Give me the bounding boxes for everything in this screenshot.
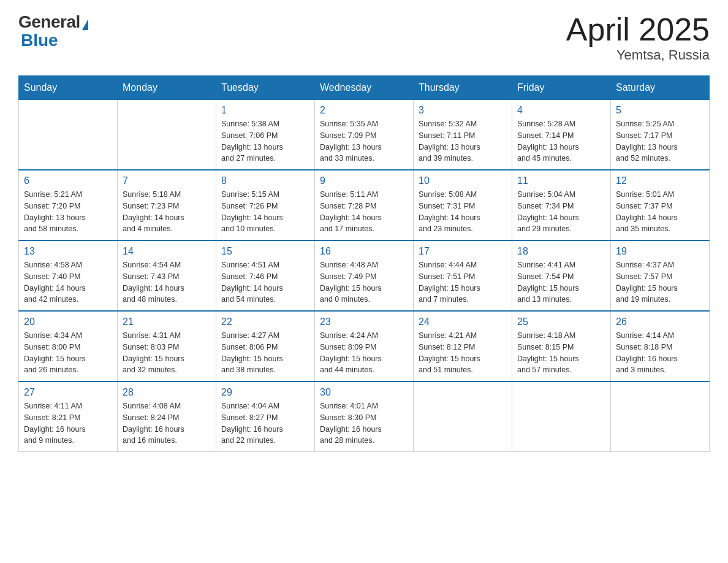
calendar-cell: 23Sunrise: 4:24 AMSunset: 8:09 PMDayligh… [315,311,414,381]
calendar-cell: 27Sunrise: 4:11 AMSunset: 8:21 PMDayligh… [19,381,118,452]
day-info: Sunrise: 4:24 AMSunset: 8:09 PMDaylight:… [320,330,408,376]
calendar-cell: 29Sunrise: 4:04 AMSunset: 8:27 PMDayligh… [216,381,315,452]
calendar-cell: 6Sunrise: 5:21 AMSunset: 7:20 PMDaylight… [19,170,118,240]
calendar-table: SundayMondayTuesdayWednesdayThursdayFrid… [18,75,710,452]
page-subtitle: Yemtsa, Russia [566,47,710,63]
day-info: Sunrise: 5:32 AMSunset: 7:11 PMDaylight:… [419,118,507,164]
day-number: 10 [419,175,507,186]
day-number: 19 [616,246,704,257]
calendar-cell: 25Sunrise: 4:18 AMSunset: 8:15 PMDayligh… [512,311,611,381]
day-info: Sunrise: 4:14 AMSunset: 8:18 PMDaylight:… [616,330,704,376]
title-block: April 2025 Yemtsa, Russia [566,12,710,63]
calendar-cell: 21Sunrise: 4:31 AMSunset: 8:03 PMDayligh… [118,311,216,381]
calendar-cell: 11Sunrise: 5:04 AMSunset: 7:34 PMDayligh… [512,170,611,240]
day-info: Sunrise: 5:18 AMSunset: 7:23 PMDaylight:… [123,189,211,235]
page-header: General Blue April 2025 Yemtsa, Russia [18,12,710,63]
calendar-cell: 3Sunrise: 5:32 AMSunset: 7:11 PMDaylight… [414,100,512,170]
calendar-cell [118,100,216,170]
day-info: Sunrise: 5:08 AMSunset: 7:31 PMDaylight:… [419,189,507,235]
day-number: 27 [24,387,112,398]
day-info: Sunrise: 4:31 AMSunset: 8:03 PMDaylight:… [123,330,211,376]
day-info: Sunrise: 4:37 AMSunset: 7:57 PMDaylight:… [616,259,704,305]
day-info: Sunrise: 5:35 AMSunset: 7:09 PMDaylight:… [320,118,408,164]
day-number: 22 [221,316,309,327]
calendar-cell [19,100,118,170]
calendar-cell: 2Sunrise: 5:35 AMSunset: 7:09 PMDaylight… [315,100,414,170]
calendar-week-row: 13Sunrise: 4:58 AMSunset: 7:40 PMDayligh… [19,240,710,311]
day-info: Sunrise: 5:11 AMSunset: 7:28 PMDaylight:… [320,189,408,235]
calendar-cell: 14Sunrise: 4:54 AMSunset: 7:43 PMDayligh… [118,240,216,311]
day-number: 12 [616,175,704,186]
calendar-cell: 30Sunrise: 4:01 AMSunset: 8:30 PMDayligh… [315,381,414,452]
calendar-cell: 24Sunrise: 4:21 AMSunset: 8:12 PMDayligh… [414,311,512,381]
weekday-header-thursday: Thursday [414,76,512,100]
day-number: 30 [320,387,408,398]
weekday-header-friday: Friday [512,76,611,100]
calendar-cell [414,381,512,452]
calendar-cell: 13Sunrise: 4:58 AMSunset: 7:40 PMDayligh… [19,240,118,311]
day-number: 11 [517,175,605,186]
day-number: 17 [419,246,507,257]
calendar-cell: 5Sunrise: 5:25 AMSunset: 7:17 PMDaylight… [611,100,710,170]
calendar-week-row: 20Sunrise: 4:34 AMSunset: 8:00 PMDayligh… [19,311,710,381]
day-number: 5 [616,105,704,116]
page-title: April 2025 [566,12,710,47]
calendar-week-row: 6Sunrise: 5:21 AMSunset: 7:20 PMDaylight… [19,170,710,240]
day-number: 23 [320,316,408,327]
day-number: 13 [24,246,112,257]
day-info: Sunrise: 4:54 AMSunset: 7:43 PMDaylight:… [123,259,211,305]
calendar-cell: 18Sunrise: 4:41 AMSunset: 7:54 PMDayligh… [512,240,611,311]
day-info: Sunrise: 4:04 AMSunset: 8:27 PMDaylight:… [221,400,309,446]
weekday-header-monday: Monday [118,76,216,100]
day-info: Sunrise: 4:51 AMSunset: 7:46 PMDaylight:… [221,259,309,305]
day-info: Sunrise: 5:21 AMSunset: 7:20 PMDaylight:… [24,189,112,235]
day-info: Sunrise: 5:38 AMSunset: 7:06 PMDaylight:… [221,118,309,164]
weekday-header-saturday: Saturday [611,76,710,100]
day-number: 14 [123,246,211,257]
weekday-header-wednesday: Wednesday [315,76,414,100]
day-info: Sunrise: 4:48 AMSunset: 7:49 PMDaylight:… [320,259,408,305]
day-number: 16 [320,246,408,257]
logo-blue-text: Blue [18,31,58,50]
calendar-cell: 15Sunrise: 4:51 AMSunset: 7:46 PMDayligh… [216,240,315,311]
day-number: 29 [221,387,309,398]
day-info: Sunrise: 4:18 AMSunset: 8:15 PMDaylight:… [517,330,605,376]
day-info: Sunrise: 5:28 AMSunset: 7:14 PMDaylight:… [517,118,605,164]
calendar-cell: 22Sunrise: 4:27 AMSunset: 8:06 PMDayligh… [216,311,315,381]
day-info: Sunrise: 4:11 AMSunset: 8:21 PMDaylight:… [24,400,112,446]
calendar-cell [512,381,611,452]
day-number: 15 [221,246,309,257]
day-number: 1 [221,105,309,116]
day-info: Sunrise: 4:34 AMSunset: 8:00 PMDaylight:… [24,330,112,376]
day-info: Sunrise: 5:15 AMSunset: 7:26 PMDaylight:… [221,189,309,235]
calendar-cell: 19Sunrise: 4:37 AMSunset: 7:57 PMDayligh… [611,240,710,311]
day-number: 26 [616,316,704,327]
day-info: Sunrise: 4:44 AMSunset: 7:51 PMDaylight:… [419,259,507,305]
day-number: 2 [320,105,408,116]
day-number: 7 [123,175,211,186]
day-number: 28 [123,387,211,398]
calendar-cell: 28Sunrise: 4:08 AMSunset: 8:24 PMDayligh… [118,381,216,452]
logo-general-text: General [18,12,80,32]
calendar-week-row: 1Sunrise: 5:38 AMSunset: 7:06 PMDaylight… [19,100,710,170]
calendar-cell: 8Sunrise: 5:15 AMSunset: 7:26 PMDaylight… [216,170,315,240]
logo-triangle-icon [82,19,88,30]
calendar-cell: 26Sunrise: 4:14 AMSunset: 8:18 PMDayligh… [611,311,710,381]
calendar-week-row: 27Sunrise: 4:11 AMSunset: 8:21 PMDayligh… [19,381,710,452]
calendar-cell: 7Sunrise: 5:18 AMSunset: 7:23 PMDaylight… [118,170,216,240]
day-number: 8 [221,175,309,186]
day-info: Sunrise: 5:25 AMSunset: 7:17 PMDaylight:… [616,118,704,164]
day-number: 25 [517,316,605,327]
weekday-header-row: SundayMondayTuesdayWednesdayThursdayFrid… [19,76,710,100]
weekday-header-tuesday: Tuesday [216,76,315,100]
day-info: Sunrise: 4:41 AMSunset: 7:54 PMDaylight:… [517,259,605,305]
calendar-cell: 9Sunrise: 5:11 AMSunset: 7:28 PMDaylight… [315,170,414,240]
day-number: 4 [517,105,605,116]
day-number: 20 [24,316,112,327]
weekday-header-sunday: Sunday [19,76,118,100]
day-info: Sunrise: 4:08 AMSunset: 8:24 PMDaylight:… [123,400,211,446]
day-number: 3 [419,105,507,116]
day-info: Sunrise: 4:21 AMSunset: 8:12 PMDaylight:… [419,330,507,376]
day-info: Sunrise: 4:27 AMSunset: 8:06 PMDaylight:… [221,330,309,376]
calendar-cell: 1Sunrise: 5:38 AMSunset: 7:06 PMDaylight… [216,100,315,170]
